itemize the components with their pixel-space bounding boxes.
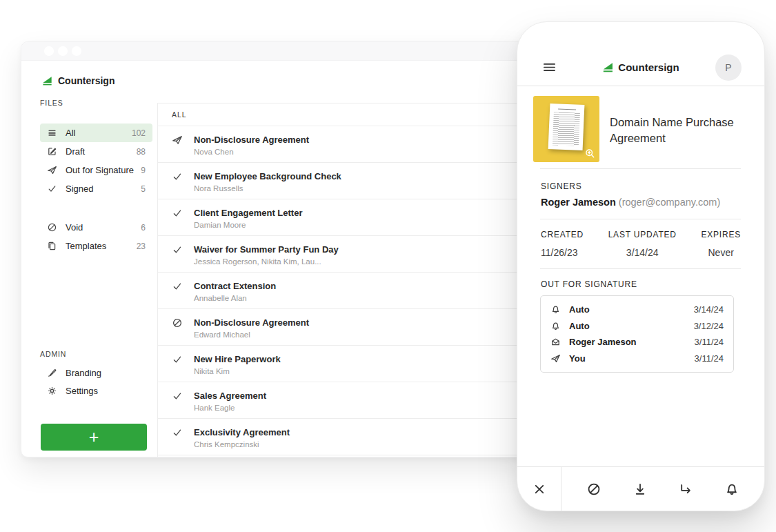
event-name: Roger Jameson bbox=[569, 337, 637, 347]
sidebar-item-label: Out for Signature bbox=[66, 165, 134, 175]
meta-value: 3/14/24 bbox=[626, 247, 659, 258]
bell-icon bbox=[550, 304, 561, 315]
event-name: Auto bbox=[569, 321, 590, 331]
sidebar-item-out-for-signature[interactable]: Out for Signature 9 bbox=[40, 161, 152, 179]
status-icon bbox=[172, 281, 183, 292]
sidebar-item-count: 102 bbox=[132, 128, 146, 138]
meta-label: CREATED bbox=[541, 230, 584, 239]
event-date: 3/11/24 bbox=[695, 353, 724, 364]
status-icon bbox=[172, 317, 183, 328]
app-logo-text: Countersign bbox=[58, 75, 115, 86]
check-icon bbox=[47, 184, 57, 194]
signer-row: Roger Jameson (roger@company.com) bbox=[541, 197, 720, 208]
document-signers: Nikita Kim bbox=[194, 367, 281, 375]
list-item[interactable]: Non-Disclosure Agreement Edward Michael bbox=[158, 309, 530, 346]
status-icon bbox=[172, 244, 183, 255]
list-item[interactable]: Sales Agreement Hank Eagle bbox=[158, 382, 530, 419]
status-icon bbox=[172, 427, 183, 438]
meta-label: LAST UPDATED bbox=[608, 230, 677, 239]
document-signers: Hank Eagle bbox=[194, 404, 266, 412]
out-for-signature-label: OUT FOR SIGNATURE bbox=[541, 279, 637, 289]
list-item[interactable]: New Hire Paperwork Nikita Kim bbox=[158, 346, 530, 382]
sidebar-item-templates[interactable]: Templates 23 bbox=[40, 237, 152, 255]
list-item[interactable]: Exclusivity Agreement Chris Kempczinski bbox=[158, 419, 530, 455]
window-control-dot[interactable] bbox=[44, 46, 54, 56]
sidebar-files-list: All 102 Draft 88 Out for Signature 9 Sig… bbox=[40, 124, 152, 255]
sidebar-item-signed[interactable]: Signed 5 bbox=[40, 179, 152, 198]
bell-icon[interactable] bbox=[724, 482, 739, 497]
void-icon[interactable] bbox=[586, 482, 601, 497]
document-detail-title: Domain Name Purchase Agreement bbox=[610, 115, 748, 146]
close-icon[interactable] bbox=[532, 482, 547, 497]
bell-icon bbox=[550, 321, 561, 331]
signature-event-row[interactable]: Roger Jameson 3/11/24 bbox=[550, 337, 724, 347]
document-title: Client Engagement Letter bbox=[194, 208, 302, 218]
sidebar-item-settings[interactable]: Settings bbox=[40, 382, 152, 400]
phone-app-logo-text: Countersign bbox=[618, 61, 679, 73]
document-signers: Chris Kempczinski bbox=[194, 440, 290, 449]
divider bbox=[540, 268, 741, 269]
app-logo: Countersign bbox=[42, 74, 115, 88]
document-page-preview bbox=[548, 104, 585, 150]
sidebar-admin-list: Branding Settings bbox=[40, 364, 152, 400]
sidebar-item-draft[interactable]: Draft 88 bbox=[40, 142, 152, 161]
gear-icon bbox=[47, 386, 57, 396]
countersign-logo-icon bbox=[42, 76, 52, 86]
document-title: New Hire Paperwork bbox=[194, 354, 281, 364]
document-signers: Edward Michael bbox=[194, 331, 309, 339]
window-control-dot[interactable] bbox=[72, 46, 81, 56]
document-signers: Jessica Rogerson, Nikita Kim, Lau... bbox=[194, 257, 339, 266]
divider bbox=[540, 219, 741, 219]
list-header-label: ALL bbox=[172, 110, 186, 119]
event-date: 3/12/24 bbox=[694, 321, 724, 331]
list-item[interactable]: Non-Disclosure Agreement Nova Chen bbox=[158, 126, 530, 163]
document-signers: Annabelle Alan bbox=[194, 294, 276, 302]
document-signers: Damian Moore bbox=[194, 221, 302, 229]
toolbar-actions bbox=[561, 467, 764, 511]
sidebar-item-label: Settings bbox=[66, 386, 98, 396]
list-item[interactable]: Client Engagement Letter Damian Moore bbox=[158, 199, 530, 236]
document-page-heading-line bbox=[558, 108, 577, 110]
sidebar-item-void[interactable]: Void 6 bbox=[40, 218, 152, 237]
document-page-text-lines bbox=[553, 112, 580, 146]
mobile-phone-preview: Countersign P Domain Name Purchase Agree… bbox=[517, 21, 765, 511]
desktop-app-window: Countersign FILES All 102 Draft 88 Out f… bbox=[21, 41, 531, 457]
list-header: ALL bbox=[158, 104, 530, 126]
signature-event-row[interactable]: Auto 3/14/24 bbox=[550, 304, 724, 315]
meta-value: 11/26/23 bbox=[541, 247, 584, 258]
sidebar-spacer bbox=[40, 198, 152, 218]
status-icon bbox=[172, 208, 183, 219]
sidebar-item-all[interactable]: All 102 bbox=[40, 124, 152, 142]
document-title: Contract Extension bbox=[194, 281, 276, 291]
signature-event-row[interactable]: Auto 3/12/24 bbox=[550, 321, 724, 331]
list-item[interactable]: Contract Extension Annabelle Alan bbox=[158, 273, 530, 309]
status-icon bbox=[172, 354, 183, 365]
list-item[interactable]: New Employee Background Check Nora Russe… bbox=[158, 163, 530, 199]
close-button-cell bbox=[517, 467, 561, 511]
avatar[interactable]: P bbox=[715, 55, 742, 81]
phone-bottom-toolbar bbox=[517, 466, 764, 511]
divider bbox=[540, 168, 741, 169]
new-document-button[interactable]: + bbox=[41, 424, 147, 451]
admin-section-label: ADMIN bbox=[40, 350, 66, 358]
event-name: Auto bbox=[569, 304, 590, 315]
document-thumbnail[interactable] bbox=[533, 96, 599, 162]
void-icon bbox=[47, 222, 57, 233]
download-icon[interactable] bbox=[633, 482, 648, 497]
sidebar-item-branding[interactable]: Branding bbox=[40, 364, 152, 382]
signature-event-row[interactable]: You 3/11/24 bbox=[550, 353, 724, 364]
signer-name: Roger Jameson bbox=[541, 197, 616, 208]
templates-icon bbox=[47, 241, 57, 251]
sidebar-item-count: 23 bbox=[137, 242, 146, 251]
list-item[interactable]: Waiver for Summer Party Fun Day Jessica … bbox=[158, 236, 530, 273]
window-control-dot[interactable] bbox=[58, 46, 68, 56]
forward-icon[interactable] bbox=[678, 482, 693, 497]
document-title: Waiver for Summer Party Fun Day bbox=[194, 244, 339, 255]
document-title: Non-Disclosure Agreement bbox=[194, 135, 309, 145]
magnifier-plus-icon[interactable] bbox=[584, 148, 596, 159]
stack-icon bbox=[47, 128, 57, 138]
sidebar-item-count: 9 bbox=[141, 166, 146, 175]
meta-value: Never bbox=[708, 247, 734, 258]
event-date: 3/11/24 bbox=[695, 337, 724, 347]
hamburger-menu-icon[interactable] bbox=[542, 60, 557, 75]
